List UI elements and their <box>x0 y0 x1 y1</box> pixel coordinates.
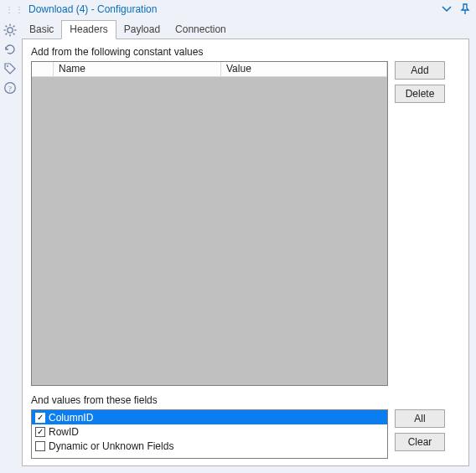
tab-panel-headers: Add from the following constant values N… <box>22 39 469 466</box>
tab-basic[interactable]: Basic <box>22 21 61 39</box>
checkbox[interactable]: ✓ <box>35 427 45 437</box>
tabstrip: Basic Headers Payload Connection <box>22 20 469 39</box>
clear-button[interactable]: Clear <box>395 433 445 451</box>
col-header-name[interactable]: Name <box>54 62 221 76</box>
svg-point-9 <box>7 65 8 67</box>
checkbox[interactable]: ✓ <box>35 413 45 423</box>
tag-icon[interactable] <box>3 62 17 75</box>
field-row[interactable]: Dynamic or Unknown Fields <box>32 439 387 453</box>
table-header: Name Value <box>32 62 387 77</box>
add-button[interactable]: Add <box>395 61 445 80</box>
help-icon[interactable]: ? <box>3 81 17 95</box>
tab-headers[interactable]: Headers <box>61 20 116 39</box>
field-label: Dynamic or Unknown Fields <box>49 440 173 452</box>
gear-icon[interactable] <box>3 23 17 37</box>
svg-text:?: ? <box>8 85 12 93</box>
tab-payload[interactable]: Payload <box>116 21 168 39</box>
constants-table[interactable]: Name Value <box>31 61 388 386</box>
constants-section-label: Add from the following constant values <box>31 46 460 58</box>
row-selector-header <box>32 62 54 76</box>
delete-button[interactable]: Delete <box>395 85 445 103</box>
col-header-value[interactable]: Value <box>221 62 387 76</box>
tab-connection[interactable]: Connection <box>168 21 234 39</box>
field-label: RowID <box>49 426 79 438</box>
field-row[interactable]: ✓ColumnID <box>32 410 387 424</box>
svg-line-6 <box>13 33 15 35</box>
svg-line-7 <box>6 33 8 35</box>
config-panel: Basic Headers Payload Connection Add fro… <box>20 18 476 473</box>
fields-section-label: And values from these fields <box>31 394 460 406</box>
field-row[interactable]: ✓RowID <box>32 424 387 439</box>
left-toolbar: ? <box>0 18 20 473</box>
svg-point-0 <box>8 28 13 33</box>
fields-list[interactable]: ✓ColumnID✓RowIDDynamic or Unknown Fields <box>31 409 388 459</box>
refresh-icon[interactable] <box>3 43 17 56</box>
svg-line-5 <box>6 26 8 28</box>
svg-line-8 <box>13 26 15 28</box>
titlebar: ⋮⋮ Download (4) - Configuration <box>0 0 476 18</box>
grip-dots: ⋮⋮ <box>5 5 28 14</box>
checkbox[interactable] <box>35 441 45 451</box>
chevron-down-icon[interactable] <box>441 3 453 15</box>
all-button[interactable]: All <box>395 409 445 428</box>
field-label: ColumnID <box>49 412 93 424</box>
pin-icon[interactable] <box>459 3 471 15</box>
window-title: Download (4) - Configuration <box>28 3 441 15</box>
